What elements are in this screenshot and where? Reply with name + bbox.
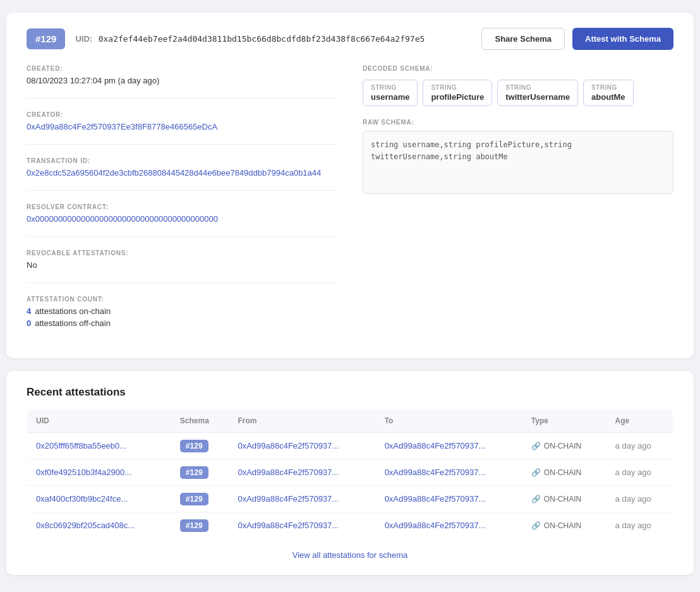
chain-icon: 🔗 [531,521,541,530]
transaction-section: TRANSACTION ID: 0x2e8cdc52a695604f2de3cb… [27,157,337,191]
uid-row: UID: 0xa2fef44eb7eef2a4d04d3811bd15bc66d… [75,34,425,44]
table-row: 0xaf400cf30fb9bc24fce...#1290xAd99a88c4F… [27,486,673,512]
resolver-section: RESOLVER CONTRACT: 0x0000000000000000000… [27,203,337,237]
attestation-to[interactable]: 0xAd99a88c4Fe2f570937... [376,433,522,459]
header-actions: Share Schema Attest with Schema [481,28,673,50]
chain-icon: 🔗 [531,495,541,504]
offchain-label: attestations off-chain [35,318,111,328]
resolver-label: RESOLVER CONTRACT: [27,203,337,210]
schema-id-badge: #129 [27,28,65,49]
attestations-table: UIDSchemaFromToTypeAge 0x205fff65ff8ba55… [27,409,673,539]
attestation-schema: #129 [171,512,229,539]
raw-schema-label: RAW SCHEMA: [363,119,673,126]
table-header-row: UIDSchemaFromToTypeAge [27,409,673,433]
creator-link[interactable]: 0xAd99a88c4Fe2f570937Ee3f8F8778e466565eD… [27,122,217,131]
pill-type: STRING [371,84,409,91]
attest-with-schema-button[interactable]: Attest with Schema [572,28,673,50]
table-row: 0x205fff65ff8ba55eeb0...#1290xAd99a88c4F… [27,433,673,459]
attestation-from[interactable]: 0xAd99a88c4Fe2f570937... [229,459,375,486]
table-column-header: To [376,409,522,433]
raw-schema-box: string username,string profilePicture,st… [363,131,673,194]
schema-right: DECODED SCHEMA: STRINGusernameSTRINGprof… [363,65,673,343]
attestation-uid[interactable]: 0x8c06929bf205cad408c... [27,512,171,539]
table-column-header: From [229,409,375,433]
share-schema-button[interactable]: Share Schema [481,28,565,50]
table-column-header: Age [606,409,673,433]
onchain-count: 4 [27,306,31,316]
decoded-pill: STRINGprofilePicture [423,80,492,106]
offchain-count-row: 0 attestations off-chain [27,318,337,328]
pill-type: STRING [505,84,570,91]
uid-label: UID: [75,34,92,44]
attestation-type: 🔗ON-CHAIN [522,459,606,486]
pill-type: STRING [591,84,625,91]
attestation-uid[interactable]: 0xaf400cf30fb9bc24fce... [27,486,171,512]
chain-icon: 🔗 [531,468,541,477]
table-column-header: Schema [171,409,229,433]
schema-badge: #129 [180,519,208,532]
attestation-from[interactable]: 0xAd99a88c4Fe2f570937... [229,486,375,512]
schema-badge: #129 [180,466,208,479]
decoded-schema-label: DECODED SCHEMA: [363,65,673,72]
attestations-title: Recent attestations [27,386,673,399]
table-column-header: Type [522,409,606,433]
schema-card: #129 UID: 0xa2fef44eb7eef2a4d04d3811bd15… [6,13,694,358]
chain-icon: 🔗 [531,442,541,450]
pill-name: username [371,92,409,102]
attestation-from[interactable]: 0xAd99a88c4Fe2f570937... [229,512,375,539]
decoded-pill: STRINGusername [363,80,418,106]
created-value: 08/10/2023 10:27:04 pm (a day ago) [27,76,337,85]
table-body: 0x205fff65ff8ba55eeb0...#1290xAd99a88c4F… [27,433,673,539]
table-column-header: UID [27,409,171,433]
decoded-pills: STRINGusernameSTRINGprofilePictureSTRING… [363,80,673,106]
attestation-to[interactable]: 0xAd99a88c4Fe2f570937... [376,459,522,486]
revocable-label: REVOCABLE ATTESTATIONS: [27,250,337,257]
onchain-label: attestations on-chain [35,306,111,316]
schema-badge: #129 [180,493,208,505]
attestation-to[interactable]: 0xAd99a88c4Fe2f570937... [376,512,522,539]
attestation-schema: #129 [171,459,229,486]
type-label: ON-CHAIN [544,442,581,450]
type-label: ON-CHAIN [544,495,581,504]
created-section: CREATED: 08/10/2023 10:27:04 pm (a day a… [27,65,337,99]
transaction-link[interactable]: 0x2e8cdc52a695604f2de3cbfb268808445428d4… [27,168,321,178]
attestation-uid[interactable]: 0xf0fe492510b3f4a2900... [27,459,171,486]
creator-section: CREATOR: 0xAd99a88c4Fe2f570937Ee3f8F8778… [27,111,337,145]
revocable-section: REVOCABLE ATTESTATIONS: No [27,250,337,283]
transaction-label: TRANSACTION ID: [27,157,337,164]
recent-attestations-card: Recent attestations UIDSchemaFromToTypeA… [6,371,694,575]
pill-name: profilePicture [431,92,484,102]
table-row: 0xf0fe492510b3f4a2900...#1290xAd99a88c4F… [27,459,673,486]
decoded-pill: STRINGaboutMe [583,80,633,106]
attestation-age: a day ago [606,433,673,459]
created-label: CREATED: [27,65,337,72]
pill-name: aboutMe [591,92,625,102]
attestation-age: a day ago [606,486,673,512]
type-label: ON-CHAIN [544,468,581,477]
table-row: 0x8c06929bf205cad408c...#1290xAd99a88c4F… [27,512,673,539]
uid-value: 0xa2fef44eb7eef2a4d04d3811bd15bc66d8bcdf… [99,34,425,44]
schema-header: #129 UID: 0xa2fef44eb7eef2a4d04d3811bd15… [27,28,673,50]
attestation-count-label: ATTESTATION COUNT: [27,296,337,303]
attestation-uid[interactable]: 0x205fff65ff8ba55eeb0... [27,433,171,459]
attestation-schema: #129 [171,433,229,459]
attestation-type: 🔗ON-CHAIN [522,512,606,539]
view-all-row: View all attestations for schema [27,550,673,560]
schema-badge: #129 [180,440,208,452]
attestation-age: a day ago [606,512,673,539]
attestation-to[interactable]: 0xAd99a88c4Fe2f570937... [376,486,522,512]
revocable-value: No [27,260,337,270]
onchain-count-row: 4 attestations on-chain [27,306,337,316]
attestation-type: 🔗ON-CHAIN [522,433,606,459]
view-all-link[interactable]: View all attestations for schema [293,550,408,560]
pill-name: twitterUsername [505,92,570,102]
type-label: ON-CHAIN [544,521,581,530]
attestation-schema: #129 [171,486,229,512]
creator-label: CREATOR: [27,111,337,118]
schema-body: CREATED: 08/10/2023 10:27:04 pm (a day a… [27,65,673,343]
schema-left: CREATED: 08/10/2023 10:27:04 pm (a day a… [27,65,337,343]
pill-type: STRING [431,84,484,91]
attestation-type: 🔗ON-CHAIN [522,486,606,512]
resolver-link[interactable]: 0x00000000000000000000000000000000000000… [27,214,218,224]
attestation-from[interactable]: 0xAd99a88c4Fe2f570937... [229,433,375,459]
